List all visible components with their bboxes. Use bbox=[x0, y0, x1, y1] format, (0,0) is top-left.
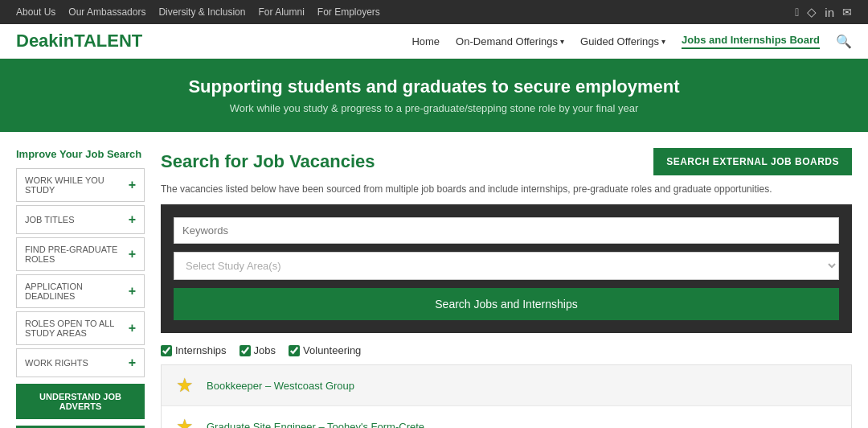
nav-search-icon[interactable]: 🔍 bbox=[836, 34, 852, 49]
facebook-icon[interactable]:  bbox=[795, 6, 799, 19]
content-area: Improve Your Job Search WORK WHILE YOU S… bbox=[0, 132, 868, 428]
sidebar-item-deadlines[interactable]: APPLICATION DEADLINES + bbox=[16, 274, 145, 308]
sidebar-item-all-areas[interactable]: ROLES OPEN TO ALL STUDY AREAS + bbox=[16, 311, 145, 345]
sidebar-item-label-deadlines: APPLICATION DEADLINES bbox=[25, 282, 129, 301]
sidebar-item-job-titles[interactable]: JOB TITLES + bbox=[16, 205, 145, 234]
jobs-checkbox[interactable] bbox=[240, 345, 251, 356]
topbar-link-alumni[interactable]: For Alumni bbox=[258, 6, 304, 18]
search-title: Search for Job Vacancies bbox=[161, 151, 375, 172]
description-text: The vacancies listed below have been sou… bbox=[161, 183, 852, 195]
sidebar-item-label-work-study: WORK WHILE YOU STUDY bbox=[25, 175, 129, 195]
nav-guided-label: Guided Offerings bbox=[580, 35, 659, 47]
job-title-link[interactable]: Graduate Site Engineer – Toohey's Form-C… bbox=[207, 421, 424, 429]
site-logo[interactable]: DeakinTALENT bbox=[16, 31, 142, 51]
sidebar-item-work-study[interactable]: WORK WHILE YOU STUDY + bbox=[16, 168, 145, 202]
study-area-select[interactable]: Select Study Area(s) bbox=[174, 252, 839, 280]
sidebar-item-label-job-titles: JOB TITLES bbox=[25, 215, 75, 224]
sidebar-expand-icon: + bbox=[129, 212, 136, 227]
search-form: Select Study Area(s) Search Jobs and Int… bbox=[161, 204, 852, 333]
keywords-input[interactable] bbox=[174, 217, 839, 244]
job-star-icon: ★ bbox=[173, 414, 197, 428]
instagram-icon[interactable]: ◇ bbox=[807, 5, 817, 19]
hero-banner: Supporting students and graduates to sec… bbox=[0, 59, 868, 132]
nav-home[interactable]: Home bbox=[411, 35, 440, 47]
hero-title: Supporting students and graduates to sec… bbox=[16, 76, 852, 97]
top-bar-social-icons:  ◇ in ✉ bbox=[795, 5, 852, 19]
filter-jobs[interactable]: Jobs bbox=[240, 344, 276, 356]
logo-prefix: Deakin bbox=[16, 31, 74, 51]
sidebar-title: Improve Your Job Search bbox=[16, 148, 145, 160]
sidebar: Improve Your Job Search WORK WHILE YOU S… bbox=[16, 148, 145, 428]
search-jobs-button[interactable]: Search Jobs and Internships bbox=[174, 288, 839, 320]
internships-checkbox[interactable] bbox=[161, 345, 172, 356]
search-header: Search for Job Vacancies SEARCH EXTERNAL… bbox=[161, 148, 852, 175]
sidebar-expand-icon: + bbox=[129, 321, 136, 335]
main-nav-links: Home On-Demand Offerings ▾ Guided Offeri… bbox=[411, 34, 852, 49]
sidebar-expand-icon: + bbox=[129, 356, 136, 370]
nav-jobs-board[interactable]: Jobs and Internships Board bbox=[682, 34, 820, 49]
main-nav: DeakinTALENT Home On-Demand Offerings ▾ … bbox=[0, 24, 868, 59]
filter-volunteering[interactable]: Volunteering bbox=[289, 344, 361, 356]
volunteering-checkbox[interactable] bbox=[289, 345, 300, 356]
nav-guided[interactable]: Guided Offerings ▾ bbox=[580, 35, 665, 47]
topbar-link-about[interactable]: About Us bbox=[16, 6, 55, 18]
sidebar-expand-icon: + bbox=[129, 247, 136, 261]
sidebar-item-work-rights[interactable]: WORK RIGHTS + bbox=[16, 348, 145, 377]
linkedin-icon[interactable]: in bbox=[825, 6, 834, 19]
sidebar-item-label-all-areas: ROLES OPEN TO ALL STUDY AREAS bbox=[25, 319, 129, 338]
search-external-button[interactable]: SEARCH EXTERNAL JOB BOARDS bbox=[653, 148, 852, 175]
nav-ondemand-label: On-Demand Offerings bbox=[456, 35, 558, 47]
nav-guided-arrow: ▾ bbox=[661, 37, 665, 46]
topbar-link-employers[interactable]: For Employers bbox=[317, 6, 380, 18]
job-star-icon: ★ bbox=[173, 373, 197, 397]
main-content: Search for Job Vacancies SEARCH EXTERNAL… bbox=[161, 148, 852, 428]
top-bar: About Us Our Ambassadors Diversity & Inc… bbox=[0, 0, 868, 24]
nav-ondemand-arrow: ▾ bbox=[560, 37, 564, 46]
sidebar-expand-icon: + bbox=[129, 284, 136, 298]
job-title-link[interactable]: Bookkeeper – Westcoast Group bbox=[207, 380, 354, 392]
topbar-link-ambassadors[interactable]: Our Ambassadors bbox=[68, 6, 145, 18]
sidebar-item-pregrad[interactable]: FIND PRE-GRADUATE ROLES + bbox=[16, 237, 145, 271]
email-icon[interactable]: ✉ bbox=[842, 6, 852, 19]
filter-internships[interactable]: Internships bbox=[161, 344, 227, 356]
sidebar-expand-icon: + bbox=[129, 178, 136, 192]
sidebar-item-label-pregrad: FIND PRE-GRADUATE ROLES bbox=[25, 245, 129, 264]
hero-subtitle: Work while you study & progress to a pre… bbox=[16, 102, 852, 114]
top-bar-links: About Us Our Ambassadors Diversity & Inc… bbox=[16, 6, 380, 18]
logo-suffix: TALENT bbox=[74, 31, 142, 51]
internships-label: Internships bbox=[175, 344, 227, 356]
volunteering-label: Volunteering bbox=[303, 344, 361, 356]
sidebar-item-label-work-rights: WORK RIGHTS bbox=[25, 358, 88, 368]
job-list: ★ Bookkeeper – Westcoast Group ★ Graduat… bbox=[161, 364, 852, 428]
understand-job-adverts-button[interactable]: UNDERSTAND JOB ADVERTS bbox=[16, 384, 145, 419]
nav-ondemand[interactable]: On-Demand Offerings ▾ bbox=[456, 35, 564, 47]
jobs-label: Jobs bbox=[254, 344, 276, 356]
table-row: ★ Graduate Site Engineer – Toohey's Form… bbox=[162, 406, 851, 428]
topbar-link-diversity[interactable]: Diversity & Inclusion bbox=[158, 6, 245, 18]
filter-checkboxes: Internships Jobs Volunteering bbox=[161, 344, 852, 356]
table-row: ★ Bookkeeper – Westcoast Group bbox=[162, 365, 851, 406]
